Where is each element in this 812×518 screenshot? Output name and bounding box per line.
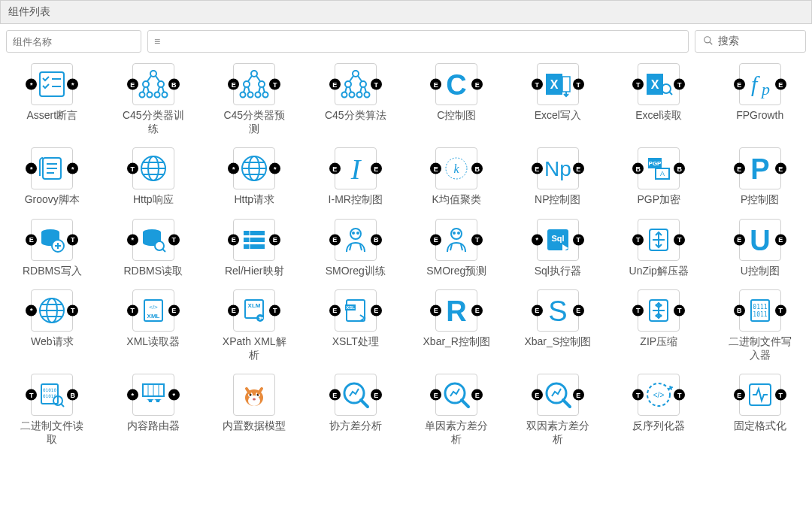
port-left[interactable]: E: [430, 304, 441, 316]
component-item[interactable]: ET固定格式化: [711, 374, 810, 446]
port-left[interactable]: E: [430, 389, 441, 401]
port-left[interactable]: *: [26, 304, 37, 316]
port-left[interactable]: E: [532, 304, 543, 316]
port-left[interactable]: *: [127, 234, 138, 245]
port-right[interactable]: B: [168, 79, 180, 90]
port-right[interactable]: T: [67, 304, 78, 316]
port-right[interactable]: T: [471, 234, 483, 245]
component-item[interactable]: EEFPGrowth: [711, 63, 810, 135]
port-right[interactable]: T: [674, 234, 685, 245]
component-item[interactable]: ETXPath XML解析: [205, 289, 304, 362]
port-left[interactable]: E: [734, 389, 745, 401]
component-item[interactable]: EENP控制图: [509, 147, 607, 206]
port-left[interactable]: E: [532, 163, 543, 174]
port-left[interactable]: E: [329, 163, 341, 174]
port-left[interactable]: E: [329, 389, 341, 401]
component-item[interactable]: **Http请求: [205, 147, 304, 206]
port-right[interactable]: E: [573, 163, 584, 174]
component-item[interactable]: 内置数据模型: [205, 374, 304, 446]
port-left[interactable]: E: [734, 163, 745, 174]
component-item[interactable]: TTZIP压缩: [610, 289, 708, 362]
component-item[interactable]: EE协方差分析: [307, 374, 405, 446]
component-item[interactable]: ETSMOreg预测: [408, 219, 506, 277]
port-left[interactable]: *: [532, 234, 543, 245]
port-right[interactable]: E: [471, 79, 483, 90]
component-item[interactable]: THttp响应: [105, 147, 203, 206]
port-right[interactable]: T: [674, 389, 685, 401]
port-right[interactable]: *: [67, 163, 78, 174]
component-item[interactable]: TTExcel读取: [610, 63, 708, 135]
port-left[interactable]: E: [228, 79, 239, 90]
port-right[interactable]: E: [775, 234, 786, 245]
port-left[interactable]: E: [430, 79, 441, 90]
port-right[interactable]: T: [775, 304, 786, 316]
port-left[interactable]: E: [329, 234, 341, 245]
port-left[interactable]: E: [734, 79, 745, 90]
port-left[interactable]: *: [26, 163, 37, 174]
port-right[interactable]: *: [269, 163, 280, 174]
component-item[interactable]: EBSMOreg训练: [307, 219, 405, 277]
component-item[interactable]: EBC45分类器训练: [105, 63, 203, 135]
port-right[interactable]: T: [573, 234, 584, 245]
port-right[interactable]: E: [371, 163, 382, 174]
port-left[interactable]: E: [430, 163, 441, 174]
port-left[interactable]: E: [329, 79, 341, 90]
port-left[interactable]: B: [632, 163, 644, 174]
component-item[interactable]: *TSql执行器: [509, 219, 607, 277]
port-right[interactable]: E: [371, 304, 382, 316]
port-left[interactable]: *: [127, 389, 138, 401]
component-item[interactable]: EE双因素方差分析: [509, 374, 607, 446]
port-left[interactable]: E: [26, 234, 37, 245]
component-item[interactable]: EE单因素方差分析: [408, 374, 506, 446]
port-left[interactable]: *: [26, 79, 37, 90]
component-item[interactable]: BBPGP加密: [610, 147, 708, 206]
component-item[interactable]: ETC45分类算法: [307, 63, 405, 135]
search-button[interactable]: 搜索: [695, 30, 806, 53]
port-left[interactable]: E: [228, 304, 239, 316]
port-left[interactable]: T: [127, 304, 138, 316]
port-left[interactable]: T: [127, 163, 138, 174]
port-right[interactable]: B: [67, 389, 78, 401]
component-name-input[interactable]: [6, 30, 141, 53]
port-right[interactable]: E: [168, 304, 180, 316]
port-right[interactable]: B: [371, 234, 382, 245]
component-item[interactable]: **Assert断言: [3, 63, 102, 135]
component-item[interactable]: EEP控制图: [711, 147, 810, 206]
port-right[interactable]: E: [573, 304, 584, 316]
component-item[interactable]: EEI-MR控制图: [307, 147, 405, 206]
port-left[interactable]: T: [632, 234, 644, 245]
port-left[interactable]: E: [734, 234, 745, 245]
type-select[interactable]: ≡: [147, 30, 689, 53]
component-item[interactable]: EERel/Hier映射: [205, 219, 304, 277]
port-right[interactable]: E: [471, 304, 483, 316]
component-item[interactable]: EBK均值聚类: [408, 147, 506, 206]
component-item[interactable]: **内容路由器: [105, 374, 203, 446]
port-right[interactable]: T: [67, 234, 78, 245]
component-item[interactable]: EEXSLT处理: [307, 289, 405, 362]
port-right[interactable]: T: [573, 79, 584, 90]
component-item[interactable]: **Groovy脚本: [3, 147, 102, 206]
port-left[interactable]: T: [532, 79, 543, 90]
port-left[interactable]: T: [632, 389, 644, 401]
port-right[interactable]: T: [775, 389, 786, 401]
port-right[interactable]: T: [371, 79, 382, 90]
port-right[interactable]: E: [775, 79, 786, 90]
port-right[interactable]: *: [168, 389, 180, 401]
component-item[interactable]: BT二进制文件写入器: [711, 289, 810, 362]
port-right[interactable]: *: [67, 79, 78, 90]
port-left[interactable]: E: [329, 304, 341, 316]
port-right[interactable]: T: [269, 79, 280, 90]
component-item[interactable]: TTExcel写入: [509, 63, 607, 135]
component-item[interactable]: TT反序列化器: [610, 374, 708, 446]
port-left[interactable]: E: [532, 389, 543, 401]
port-right[interactable]: B: [674, 163, 685, 174]
port-right[interactable]: T: [168, 234, 180, 245]
component-item[interactable]: TB二进制文件读取: [3, 374, 102, 446]
component-item[interactable]: TEXML读取器: [105, 289, 203, 362]
component-item[interactable]: EEXbar_S控制图: [509, 289, 607, 362]
component-item[interactable]: ETC45分类器预测: [205, 63, 304, 135]
port-right[interactable]: E: [471, 389, 483, 401]
port-left[interactable]: E: [127, 79, 138, 90]
component-item[interactable]: ETRDBMS写入: [3, 219, 102, 277]
port-right[interactable]: T: [674, 79, 685, 90]
